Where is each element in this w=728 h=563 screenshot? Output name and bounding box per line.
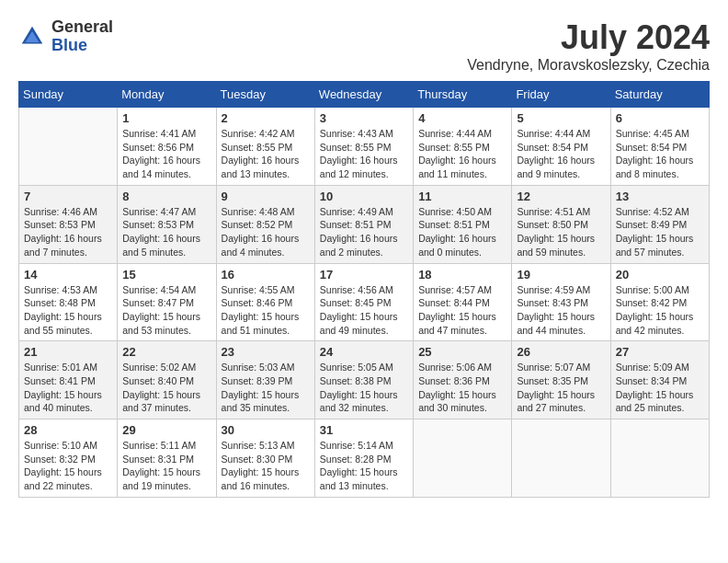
day-number: 2 <box>222 111 310 125</box>
calendar-cell: 26Sunrise: 5:07 AMSunset: 8:35 PMDayligh… <box>512 341 610 419</box>
day-info: Sunrise: 4:44 AMSunset: 8:55 PMDaylight:… <box>418 127 506 181</box>
calendar-cell: 23Sunrise: 5:03 AMSunset: 8:39 PMDayligh… <box>216 341 314 419</box>
calendar-cell: 22Sunrise: 5:02 AMSunset: 8:40 PMDayligh… <box>118 341 216 419</box>
calendar-cell: 16Sunrise: 4:55 AMSunset: 8:46 PMDayligh… <box>216 263 314 341</box>
day-info: Sunrise: 4:47 AMSunset: 8:53 PMDaylight:… <box>122 205 210 259</box>
day-info: Sunrise: 5:09 AMSunset: 8:34 PMDaylight:… <box>616 361 704 415</box>
day-number: 31 <box>320 423 408 437</box>
calendar-cell: 10Sunrise: 4:49 AMSunset: 8:51 PMDayligh… <box>314 185 413 263</box>
calendar-cell: 20Sunrise: 5:00 AMSunset: 8:42 PMDayligh… <box>610 263 709 341</box>
day-number: 23 <box>222 345 310 359</box>
calendar-cell: 19Sunrise: 4:59 AMSunset: 8:43 PMDayligh… <box>512 263 610 341</box>
month-year-title: July 2024 <box>467 18 710 57</box>
day-header-sunday: Sunday <box>19 82 118 108</box>
day-number: 21 <box>24 345 112 359</box>
calendar-cell: 7Sunrise: 4:46 AMSunset: 8:53 PMDaylight… <box>19 185 118 263</box>
calendar-week-row: 21Sunrise: 5:01 AMSunset: 8:41 PMDayligh… <box>19 341 710 419</box>
calendar-cell: 28Sunrise: 5:10 AMSunset: 8:32 PMDayligh… <box>19 419 118 498</box>
day-number: 24 <box>320 345 408 359</box>
calendar-cell: 9Sunrise: 4:48 AMSunset: 8:52 PMDaylight… <box>216 185 314 263</box>
calendar-cell: 13Sunrise: 4:52 AMSunset: 8:49 PMDayligh… <box>610 185 709 263</box>
day-number: 9 <box>222 190 310 203</box>
day-info: Sunrise: 5:01 AMSunset: 8:41 PMDaylight:… <box>24 361 112 415</box>
calendar-header-row: SundayMondayTuesdayWednesdayThursdayFrid… <box>19 82 710 108</box>
day-info: Sunrise: 4:53 AMSunset: 8:48 PMDaylight:… <box>24 283 112 338</box>
day-number: 10 <box>320 190 408 203</box>
day-number: 28 <box>24 423 112 437</box>
calendar-cell: 3Sunrise: 4:43 AMSunset: 8:55 PMDaylight… <box>314 108 413 186</box>
day-info: Sunrise: 4:41 AMSunset: 8:56 PMDaylight:… <box>122 127 210 181</box>
day-number: 17 <box>320 268 408 282</box>
logo-blue-text: Blue <box>51 37 113 55</box>
calendar-week-row: 14Sunrise: 4:53 AMSunset: 8:48 PMDayligh… <box>19 263 710 341</box>
logo-icon <box>18 23 46 51</box>
day-info: Sunrise: 5:00 AMSunset: 8:42 PMDaylight:… <box>616 283 704 338</box>
day-info: Sunrise: 4:48 AMSunset: 8:52 PMDaylight:… <box>222 205 310 259</box>
day-number: 27 <box>616 345 704 359</box>
day-number: 26 <box>517 345 605 359</box>
calendar-cell <box>512 419 610 498</box>
calendar-cell <box>414 419 512 498</box>
day-info: Sunrise: 4:50 AMSunset: 8:51 PMDaylight:… <box>418 205 506 259</box>
day-number: 3 <box>320 111 408 125</box>
day-number: 12 <box>517 190 605 203</box>
calendar-cell: 5Sunrise: 4:44 AMSunset: 8:54 PMDaylight… <box>512 108 610 186</box>
day-info: Sunrise: 5:06 AMSunset: 8:36 PMDaylight:… <box>418 361 506 415</box>
day-number: 13 <box>616 190 704 203</box>
calendar-cell: 8Sunrise: 4:47 AMSunset: 8:53 PMDaylight… <box>118 185 216 263</box>
calendar-cell: 24Sunrise: 5:05 AMSunset: 8:38 PMDayligh… <box>314 341 413 419</box>
day-number: 1 <box>122 111 210 125</box>
day-info: Sunrise: 4:56 AMSunset: 8:45 PMDaylight:… <box>320 283 408 338</box>
calendar-cell: 25Sunrise: 5:06 AMSunset: 8:36 PMDayligh… <box>414 341 512 419</box>
calendar-cell: 6Sunrise: 4:45 AMSunset: 8:54 PMDaylight… <box>610 108 709 186</box>
calendar-cell: 27Sunrise: 5:09 AMSunset: 8:34 PMDayligh… <box>610 341 709 419</box>
day-number: 19 <box>517 268 605 282</box>
calendar-cell: 29Sunrise: 5:11 AMSunset: 8:31 PMDayligh… <box>118 419 216 498</box>
calendar-cell: 18Sunrise: 4:57 AMSunset: 8:44 PMDayligh… <box>414 263 512 341</box>
calendar-cell: 2Sunrise: 4:42 AMSunset: 8:55 PMDaylight… <box>216 108 314 186</box>
calendar-cell: 12Sunrise: 4:51 AMSunset: 8:50 PMDayligh… <box>512 185 610 263</box>
day-info: Sunrise: 5:13 AMSunset: 8:30 PMDaylight:… <box>222 439 310 493</box>
day-info: Sunrise: 5:14 AMSunset: 8:28 PMDaylight:… <box>320 439 408 493</box>
day-header-friday: Friday <box>512 82 610 108</box>
day-info: Sunrise: 4:57 AMSunset: 8:44 PMDaylight:… <box>418 283 506 338</box>
day-number: 16 <box>222 268 310 282</box>
day-info: Sunrise: 5:07 AMSunset: 8:35 PMDaylight:… <box>517 361 605 415</box>
calendar-cell: 17Sunrise: 4:56 AMSunset: 8:45 PMDayligh… <box>314 263 413 341</box>
day-number: 7 <box>24 190 112 203</box>
calendar-cell: 30Sunrise: 5:13 AMSunset: 8:30 PMDayligh… <box>216 419 314 498</box>
day-info: Sunrise: 5:11 AMSunset: 8:31 PMDaylight:… <box>122 439 210 493</box>
title-section: July 2024 Vendryne, Moravskoslezsky, Cze… <box>467 18 710 74</box>
location-text: Vendryne, Moravskoslezsky, Czechia <box>467 57 710 74</box>
day-info: Sunrise: 4:45 AMSunset: 8:54 PMDaylight:… <box>616 127 704 181</box>
day-number: 15 <box>122 268 210 282</box>
day-number: 5 <box>517 111 605 125</box>
day-number: 14 <box>24 268 112 282</box>
calendar-cell: 21Sunrise: 5:01 AMSunset: 8:41 PMDayligh… <box>19 341 118 419</box>
day-number: 22 <box>122 345 210 359</box>
day-info: Sunrise: 5:05 AMSunset: 8:38 PMDaylight:… <box>320 361 408 415</box>
calendar-cell: 4Sunrise: 4:44 AMSunset: 8:55 PMDaylight… <box>414 108 512 186</box>
day-number: 29 <box>122 423 210 437</box>
calendar-week-row: 1Sunrise: 4:41 AMSunset: 8:56 PMDaylight… <box>19 108 710 186</box>
calendar-cell <box>19 108 118 186</box>
logo-text: General Blue <box>51 18 113 55</box>
day-info: Sunrise: 5:03 AMSunset: 8:39 PMDaylight:… <box>222 361 310 415</box>
day-info: Sunrise: 4:46 AMSunset: 8:53 PMDaylight:… <box>24 205 112 259</box>
calendar-cell: 11Sunrise: 4:50 AMSunset: 8:51 PMDayligh… <box>414 185 512 263</box>
day-number: 25 <box>418 345 506 359</box>
day-info: Sunrise: 4:52 AMSunset: 8:49 PMDaylight:… <box>616 205 704 259</box>
page-header: General Blue July 2024 Vendryne, Moravsk… <box>18 18 710 74</box>
calendar-cell: 31Sunrise: 5:14 AMSunset: 8:28 PMDayligh… <box>314 419 413 498</box>
day-number: 8 <box>122 190 210 203</box>
day-info: Sunrise: 4:59 AMSunset: 8:43 PMDaylight:… <box>517 283 605 338</box>
day-info: Sunrise: 5:10 AMSunset: 8:32 PMDaylight:… <box>24 439 112 493</box>
calendar-week-row: 7Sunrise: 4:46 AMSunset: 8:53 PMDaylight… <box>19 185 710 263</box>
calendar-table: SundayMondayTuesdayWednesdayThursdayFrid… <box>18 81 710 498</box>
day-number: 30 <box>222 423 310 437</box>
day-info: Sunrise: 4:55 AMSunset: 8:46 PMDaylight:… <box>222 283 310 338</box>
day-info: Sunrise: 4:43 AMSunset: 8:55 PMDaylight:… <box>320 127 408 181</box>
day-number: 20 <box>616 268 704 282</box>
day-info: Sunrise: 5:02 AMSunset: 8:40 PMDaylight:… <box>122 361 210 415</box>
day-info: Sunrise: 4:51 AMSunset: 8:50 PMDaylight:… <box>517 205 605 259</box>
